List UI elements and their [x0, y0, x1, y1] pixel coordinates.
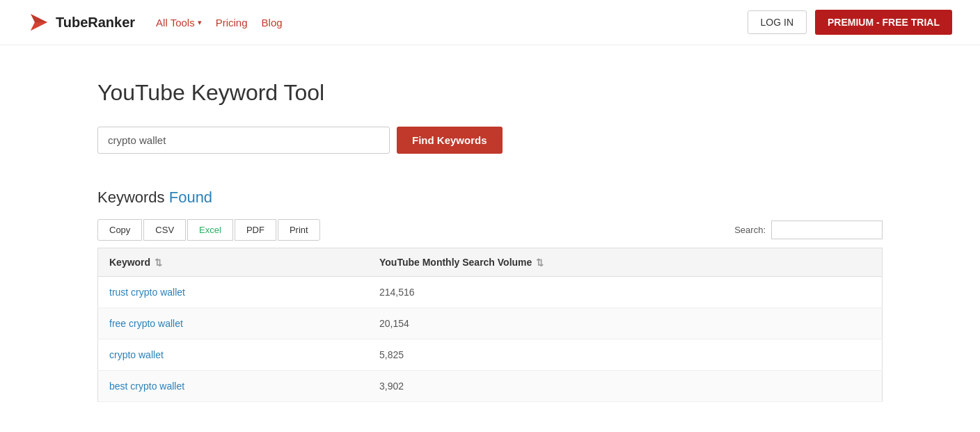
- sort-keyword-icon[interactable]: ⇅: [155, 257, 162, 268]
- toolbar-search: Search:: [734, 221, 883, 239]
- section-title: Keywords Found: [97, 189, 883, 207]
- keyword-cell: trust crypto wallet: [98, 277, 368, 308]
- volume-cell: 5,825: [368, 339, 883, 371]
- excel-button[interactable]: Excel: [187, 219, 233, 241]
- search-input[interactable]: [97, 127, 390, 154]
- table-search-input[interactable]: [771, 221, 883, 239]
- nav-pricing[interactable]: Pricing: [216, 17, 248, 29]
- keyword-link[interactable]: crypto wallet: [109, 349, 164, 360]
- header-actions: LOG IN PREMIUM - FREE TRIAL: [748, 10, 952, 35]
- table-row: best crypto wallet3,902: [98, 371, 883, 402]
- table-row: crypto wallet5,825: [98, 339, 883, 371]
- table-header-row: Keyword ⇅ YouTube Monthly Search Volume …: [98, 248, 883, 277]
- keyword-cell: free crypto wallet: [98, 308, 368, 339]
- nav-all-tools[interactable]: All Tools ▾: [156, 17, 202, 29]
- volume-cell: 20,154: [368, 308, 883, 339]
- logo[interactable]: TubeRanker: [28, 11, 135, 33]
- keyword-link[interactable]: free crypto wallet: [109, 318, 183, 329]
- toolbar-export-buttons: Copy CSV Excel PDF Print: [97, 219, 320, 241]
- header: TubeRanker All Tools ▾ Pricing Blog LOG …: [0, 0, 980, 45]
- csv-button[interactable]: CSV: [143, 219, 186, 241]
- search-filter-label: Search:: [734, 225, 766, 235]
- nav-all-tools-label: All Tools: [156, 17, 195, 29]
- search-row: Find Keywords: [97, 127, 883, 154]
- keyword-cell: best crypto wallet: [98, 371, 368, 402]
- logo-icon: [28, 11, 50, 33]
- table-head: Keyword ⇅ YouTube Monthly Search Volume …: [98, 248, 883, 277]
- chevron-down-icon: ▾: [198, 18, 202, 27]
- table-body: trust crypto wallet214,516free crypto wa…: [98, 277, 883, 402]
- find-keywords-button[interactable]: Find Keywords: [397, 127, 503, 154]
- premium-button[interactable]: PREMIUM - FREE TRIAL: [815, 10, 952, 35]
- col-volume: YouTube Monthly Search Volume ⇅: [368, 248, 883, 277]
- volume-cell: 3,902: [368, 371, 883, 402]
- sort-volume-icon[interactable]: ⇅: [536, 257, 544, 268]
- print-button[interactable]: Print: [278, 219, 320, 241]
- page-title: YouTube Keyword Tool: [97, 80, 883, 106]
- section-title-part1: Keywords: [97, 189, 165, 206]
- logo-text: TubeRanker: [56, 15, 135, 31]
- copy-button[interactable]: Copy: [97, 219, 142, 241]
- results-table: Keyword ⇅ YouTube Monthly Search Volume …: [97, 248, 883, 402]
- section-title-part2: Found: [169, 189, 212, 206]
- toolbar: Copy CSV Excel PDF Print Search:: [97, 219, 883, 241]
- login-button[interactable]: LOG IN: [748, 10, 807, 34]
- table-row: free crypto wallet20,154: [98, 308, 883, 339]
- main-content: YouTube Keyword Tool Find Keywords Keywo…: [0, 45, 980, 430]
- nav: All Tools ▾ Pricing Blog: [156, 17, 747, 29]
- keyword-link[interactable]: best crypto wallet: [109, 381, 184, 392]
- keyword-link[interactable]: trust crypto wallet: [109, 287, 185, 298]
- nav-blog[interactable]: Blog: [262, 17, 283, 29]
- svg-marker-1: [31, 22, 47, 31]
- pdf-button[interactable]: PDF: [235, 219, 276, 241]
- col-keyword: Keyword ⇅: [98, 248, 368, 277]
- keyword-cell: crypto wallet: [98, 339, 368, 371]
- volume-cell: 214,516: [368, 277, 883, 308]
- table-row: trust crypto wallet214,516: [98, 277, 883, 308]
